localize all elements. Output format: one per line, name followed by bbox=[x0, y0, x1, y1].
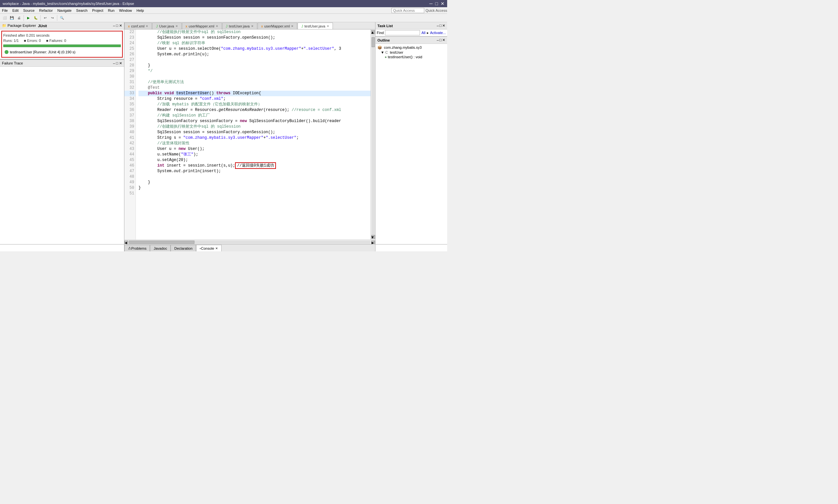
scroll-up-arrow[interactable]: ▲ bbox=[371, 30, 375, 34]
tab-problems[interactable]: ⚠ Problems bbox=[124, 245, 150, 251]
menu-run[interactable]: Run bbox=[106, 8, 117, 13]
line-44: 44 bbox=[124, 152, 136, 158]
search-button[interactable]: 🔍 bbox=[58, 15, 65, 21]
junit-tree: testInsertUser [Runner: JUnit 4] (0.190 … bbox=[3, 49, 121, 56]
tab-testuser-java1[interactable]: J testUser.java ✕ bbox=[222, 22, 257, 29]
outline-method[interactable]: ● testInsertUser() : void bbox=[377, 55, 446, 59]
line-40: 40 bbox=[124, 130, 136, 135]
expand-icon: ▼ bbox=[381, 50, 385, 54]
outline-package[interactable]: 📦 com.zhang.mybatis.sy3 bbox=[377, 45, 446, 50]
new-button[interactable]: ⬜ bbox=[1, 15, 8, 21]
line-30: 30 bbox=[124, 74, 136, 79]
debug-button[interactable]: 🐛 bbox=[32, 15, 39, 21]
minimize-panel-icon[interactable]: – bbox=[113, 23, 115, 28]
conf-xml-icon: x bbox=[128, 24, 130, 28]
tab-javadoc[interactable]: Javadoc bbox=[150, 245, 171, 251]
scroll-right-arrow[interactable]: ► bbox=[371, 240, 375, 244]
tab-usermapper-xml1-close[interactable]: ✕ bbox=[216, 24, 218, 28]
save-button[interactable]: 💾 bbox=[8, 15, 15, 21]
task-find-input[interactable] bbox=[385, 30, 420, 35]
outline-method-label: testInsertUser() : void bbox=[388, 55, 422, 59]
task-list-maximize[interactable]: □ bbox=[439, 23, 442, 28]
run-button[interactable]: ▶ bbox=[25, 15, 32, 21]
minimize-button[interactable]: ─ bbox=[429, 1, 433, 6]
tab-testuser-java2-close[interactable]: ✕ bbox=[327, 24, 329, 28]
code-line-37: //构建 sqlSession 的工厂 bbox=[139, 113, 371, 119]
scroll-track-vertical[interactable] bbox=[372, 34, 375, 235]
line-23: 23 bbox=[124, 35, 136, 40]
tab-console-close[interactable]: ✕ bbox=[215, 247, 218, 250]
close-panel-icon[interactable]: ✕ bbox=[119, 23, 122, 28]
editor-area: x conf.xml ✕ J User.java ✕ x userMapper.… bbox=[124, 22, 375, 244]
usermapper-xml1-icon: x bbox=[185, 24, 188, 28]
menu-refactor[interactable]: Refactor bbox=[37, 8, 55, 13]
window-title: workplace - Java - mybatis_test/src/com/… bbox=[3, 2, 134, 5]
line-38: 38 bbox=[124, 119, 136, 124]
tab-conf-close[interactable]: ✕ bbox=[146, 24, 148, 28]
failure-trace-maximize[interactable]: □ bbox=[116, 61, 118, 66]
tab-console[interactable]: ▪ Console ✕ bbox=[196, 245, 221, 251]
failure-trace-close[interactable]: ✕ bbox=[119, 61, 122, 66]
print-button[interactable]: 🖨 bbox=[16, 15, 22, 21]
close-button[interactable]: ✕ bbox=[441, 1, 445, 6]
line-41: 41 bbox=[124, 135, 136, 141]
code-line-27 bbox=[139, 57, 371, 63]
junit-panel-controls[interactable]: – □ ✕ bbox=[113, 23, 122, 28]
tab-user-java[interactable]: J User.java ✕ bbox=[152, 22, 181, 29]
menu-project[interactable]: Project bbox=[90, 8, 105, 13]
toolbar: ⬜ 💾 🖨 ▶ 🐛 ↩ ↪ 🔍 bbox=[0, 14, 447, 22]
menu-source[interactable]: Source bbox=[21, 8, 37, 13]
failure-trace-title: Failure Trace bbox=[2, 61, 23, 65]
task-activate-label[interactable]: Activate... bbox=[430, 31, 446, 35]
code-line-24: //映射 sql 的标识字符串 bbox=[139, 40, 371, 46]
maximize-panel-icon[interactable]: □ bbox=[116, 23, 118, 28]
failure-trace-minimize[interactable]: – bbox=[113, 61, 115, 66]
line-51: 51 bbox=[124, 191, 136, 196]
package-explorer-tab[interactable]: 📁 Package Explorer bbox=[2, 23, 36, 28]
junit-tab[interactable]: JUnit bbox=[38, 24, 47, 28]
task-list-close[interactable]: ✕ bbox=[442, 23, 445, 28]
outline-close[interactable]: ✕ bbox=[442, 38, 445, 42]
menu-window[interactable]: Window bbox=[117, 8, 134, 13]
tab-usermapper-xml1[interactable]: x userMapper.xml ✕ bbox=[182, 22, 222, 29]
maximize-button[interactable]: □ bbox=[435, 1, 438, 6]
tab-usermapper-xml2-close[interactable]: ✕ bbox=[291, 24, 293, 28]
menu-edit[interactable]: Edit bbox=[11, 8, 21, 13]
undo-button[interactable]: ↩ bbox=[42, 15, 49, 21]
menu-file[interactable]: File bbox=[0, 8, 10, 13]
title-bar: workplace - Java - mybatis_test/src/com/… bbox=[0, 0, 447, 7]
task-all-label[interactable]: All bbox=[421, 31, 425, 35]
scroll-left-arrow[interactable]: ◄ bbox=[124, 240, 128, 244]
tab-user-close[interactable]: ✕ bbox=[176, 24, 178, 28]
tab-declaration[interactable]: Declaration bbox=[171, 245, 196, 251]
bottom-main-panel: ⚠ Problems Javadoc Declaration ▪ Console… bbox=[124, 245, 375, 251]
junit-failures-label: ■ Failures: 0 bbox=[46, 39, 66, 42]
scroll-thumb-horizontal[interactable] bbox=[129, 240, 194, 244]
tab-testuser-java1-close[interactable]: ✕ bbox=[251, 24, 254, 28]
tab-conf-xml[interactable]: x conf.xml ✕ bbox=[124, 22, 152, 29]
scroll-thumb-vertical[interactable] bbox=[372, 37, 375, 47]
tab-testuser-java2[interactable]: J testUser.java ✕ bbox=[298, 22, 333, 29]
left-panel: 📁 Package Explorer JUnit – □ ✕ Finished … bbox=[0, 22, 124, 244]
task-list-minimize[interactable]: – bbox=[437, 23, 439, 28]
menu-navigate[interactable]: Navigate bbox=[55, 8, 73, 13]
scroll-track-horizontal[interactable] bbox=[129, 240, 371, 244]
scroll-down-arrow[interactable]: ▼ bbox=[371, 235, 375, 239]
outline-class[interactable]: ▼ C testUser bbox=[377, 50, 446, 55]
tab-usermapper-xml2[interactable]: x userMapper.xml ✕ bbox=[257, 22, 298, 29]
redo-button[interactable]: ↪ bbox=[49, 15, 56, 21]
outline-maximize[interactable]: □ bbox=[439, 38, 442, 42]
package-icon: 📦 bbox=[377, 46, 382, 50]
junit-tree-item[interactable]: testInsertUser [Runner: JUnit 4] (0.190 … bbox=[3, 50, 121, 54]
junit-results-border: Finished after 0.201 seconds Runs: 1/1 ■… bbox=[1, 31, 123, 58]
quick-access-input[interactable] bbox=[392, 8, 424, 13]
code-editor[interactable]: 22 23 24 25 26 27 28 29 30 31 32 33 34 3… bbox=[124, 30, 375, 239]
window-controls[interactable]: ─ □ ✕ bbox=[429, 1, 445, 6]
code-content[interactable]: //创建能执行映射文件中sql 的 sqlSession SqlSession … bbox=[136, 30, 371, 239]
outline-minimize[interactable]: – bbox=[437, 38, 439, 42]
horizontal-scrollbar[interactable]: ◄ ► bbox=[124, 239, 375, 244]
menu-search[interactable]: Search bbox=[74, 8, 90, 13]
code-line-36: Reader reader = Resources.getResourceAsR… bbox=[139, 107, 371, 113]
vertical-scrollbar[interactable]: ▲ ▼ bbox=[371, 30, 375, 239]
menu-help[interactable]: Help bbox=[135, 8, 146, 13]
